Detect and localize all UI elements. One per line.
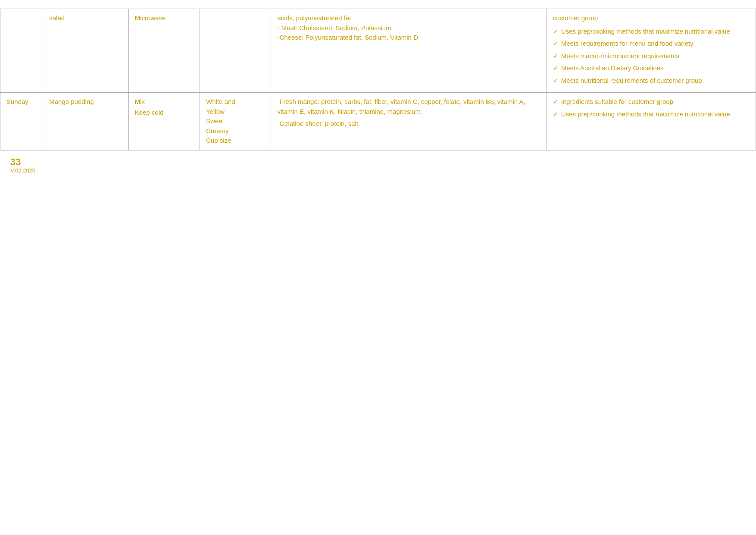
nutrient-line-1: -Fresh mango: protein, carbs, fat, fiber… [277,97,540,116]
nutrients-cell: -Fresh mango: protein, carbs, fat, fiber… [271,93,547,150]
food-label: Mango pudding [49,98,94,105]
list-item: ✓ Meets requirements for menu and food v… [553,39,750,49]
page: salad Microwave acids, polyunsaturated f… [0,0,756,535]
criteria-cell: ✓ Ingredients suitable for customer grou… [547,93,756,150]
food-cell: salad [43,9,128,93]
food-label: salad [49,14,65,22]
texture-line-5: Cup size [206,136,265,146]
nutrients-cell: acids, polyunsaturated fat - Meat: Chole… [271,9,547,93]
texture-line-4: Creamy [206,126,265,136]
list-item: ✓ Uses prep/cooking methods that maximiz… [553,110,750,119]
criteria-list: ✓ Uses prep/cooking methods that maximiz… [553,27,750,86]
page-number: 33 [10,156,21,167]
food-cell: Mango pudding [43,93,128,150]
texture-cell [200,9,271,93]
method-label: Microwave [135,14,166,22]
criteria-text: Ingredients suitable for customer group [561,97,673,107]
checkmark-icon: ✓ [553,110,559,119]
page-number-block: 33 V.02.2020 [10,157,756,174]
criteria-cell: customer group ✓ Uses prep/cooking metho… [547,9,756,93]
table-row: salad Microwave acids, polyunsaturated f… [0,9,756,93]
checkmark-icon: ✓ [553,39,559,49]
list-item: ✓ Meets nutritional requirements of cust… [553,76,750,86]
day-cell [0,9,43,93]
criteria-text: Uses prep/cooking methods that maximize … [561,27,730,37]
nutrient-line-2: -Gelatine sheet: protein, salt. [277,119,540,129]
criteria-text: Meets requirements for menu and food var… [561,39,694,49]
table-row: Sunday Mango pudding Mix Keep cold White… [0,93,756,150]
criteria-text: Meets nutritional requirements of custom… [561,76,702,86]
criteria-text: Uses prep/cooking methods that maximize … [561,110,730,119]
method-line-1: Mix [135,97,194,107]
list-item: ✓ Meets Australian Dietary Guidelines [553,63,750,73]
checkmark-icon: ✓ [553,63,559,73]
nutrient-line-1: acids, polyunsaturated fat [277,13,540,23]
criteria-list: ✓ Ingredients suitable for customer grou… [553,97,750,119]
texture-line-3: Sweet [206,116,265,126]
nutrient-line-3: -Cheese: Polyunsaturated fat, Sodium, Vi… [277,33,540,43]
criteria-text: Meets Australian Dietary Guidelines [561,63,664,73]
day-label: Sunday [6,98,28,105]
checkmark-icon: ✓ [553,97,559,107]
day-cell: Sunday [0,93,43,150]
texture-line-2: Yellow [206,107,265,117]
footer: 33 V.02.2020 [0,157,756,174]
checkmark-icon: ✓ [553,76,559,86]
texture-cell: White and Yellow Sweet Creamy Cup size [200,93,271,150]
checkmark-icon: ✓ [553,51,559,61]
version-label: V.02.2020 [10,167,35,174]
checkmark-icon: ✓ [553,27,559,37]
list-item: ✓ Ingredients suitable for customer grou… [553,97,750,107]
list-item: ✓ Meets macro-/micronutrient requirement… [553,51,750,61]
list-item: ✓ Uses prep/cooking methods that maximiz… [553,27,750,37]
nutrient-line-2: - Meat: Cholesterol, Sodium, Potassium [277,23,540,33]
method-cell: Microwave [128,9,200,93]
criteria-header: customer group [553,13,750,23]
texture-line-1: White and [206,97,265,107]
method-line-2: Keep cold [135,108,194,118]
method-cell: Mix Keep cold [128,93,200,150]
main-table: salad Microwave acids, polyunsaturated f… [0,9,756,150]
criteria-text: Meets macro-/micronutrient requirements [561,51,679,61]
